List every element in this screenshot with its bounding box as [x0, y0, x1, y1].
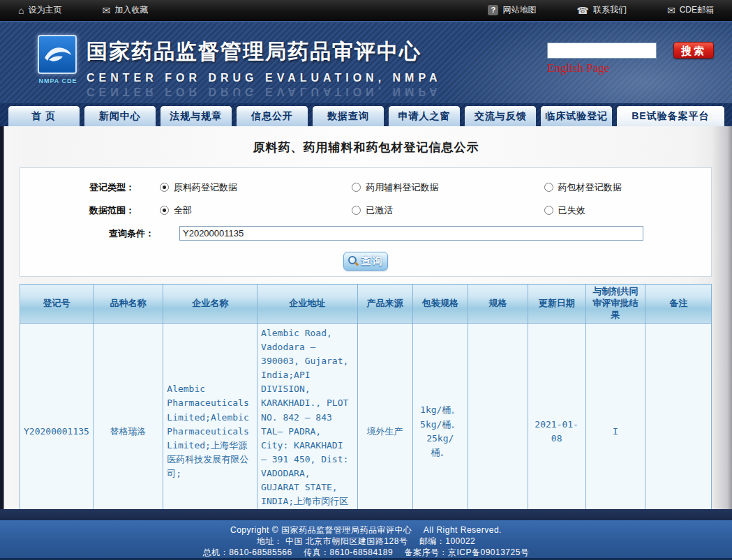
logo-swoosh-icon — [42, 43, 73, 66]
type-label: 登记类型： — [20, 181, 135, 194]
contact-label: 联系我们 — [593, 4, 627, 16]
header-search-zone: 搜索 English Page — [547, 42, 715, 75]
main-content: 原料药、药用辅料和药包材登记信息公示 登记类型： 原料药登记数据 药用辅料登记数… — [0, 126, 732, 509]
radio-icon[interactable] — [544, 206, 553, 215]
radio-expired-label: 已失效 — [558, 204, 585, 217]
col-product-name: 品种名称 — [93, 285, 163, 324]
footer-address: 地址： 中国 北京市朝阳区建国路128号 邮编：100022 — [0, 536, 732, 547]
add-favorite-link[interactable]: ✉ 加入收藏 — [102, 4, 148, 16]
magnifier-icon — [348, 256, 358, 266]
tab-data-query[interactable]: 数据查询 — [313, 106, 384, 126]
query-button-row: 查询 — [20, 252, 711, 271]
tab-info-disclosure[interactable]: 信息公开 — [237, 106, 308, 126]
set-home-label: 设为主页 — [28, 4, 61, 16]
cell-packaging: 1kg/桶。5kg/桶。25kg/桶。 — [412, 323, 468, 509]
cell-reg-no: Y20200001135 — [20, 323, 94, 509]
english-page-link[interactable]: English Page — [547, 61, 609, 75]
radio-expired[interactable]: 已失效 — [544, 204, 711, 217]
tab-home[interactable]: 首 页 — [8, 106, 80, 126]
page-title: 原料药、药用辅料和药包材登记信息公示 — [0, 126, 732, 167]
range-label: 数据范围： — [20, 204, 135, 217]
home-icon: ⌂ — [18, 6, 24, 15]
col-update-date: 更新日期 — [528, 285, 585, 324]
radio-icon[interactable] — [160, 206, 169, 215]
logo-caption: NMPA CDE — [38, 77, 78, 84]
mail-icon: ✉ — [667, 6, 675, 15]
contact-link[interactable]: ☎ 联系我们 — [576, 4, 626, 16]
set-home-link[interactable]: ⌂ 设为主页 — [18, 4, 61, 16]
cell-spec — [468, 323, 528, 509]
radio-excipient-label: 药用辅料登记数据 — [366, 181, 438, 194]
radio-packaging-material-label: 药包材登记数据 — [558, 181, 622, 194]
radio-all-label: 全部 — [174, 204, 192, 217]
page-root: ⌂ 设为主页 ✉ 加入收藏 ? 网站地图 ☎ 联系我们 ✉ CDE邮箱 — [0, 0, 732, 560]
radio-raw-material-label: 原料药登记数据 — [174, 181, 237, 194]
tab-regulations[interactable]: 法规与规章 — [160, 106, 232, 126]
col-packaging: 包装规格 — [412, 285, 468, 324]
col-address: 企业地址 — [257, 285, 357, 324]
footer-copyright: Copyright © 国家药品监督管理局药品审评中心 All Right Re… — [0, 524, 732, 536]
tab-clinical-trial[interactable]: 临床试验登记 — [541, 106, 612, 126]
cell-product-name: 替格瑞洛 — [93, 323, 163, 509]
site-subtitle: CENTER FOR DRUG EVALUATION, NMPA — [87, 72, 441, 84]
cell-company: Alembic Pharmaceuticals Limited;Alembic … — [163, 323, 257, 509]
cde-mail-link[interactable]: ✉ CDE邮箱 — [667, 4, 714, 16]
radio-raw-material[interactable]: 原料药登记数据 — [160, 181, 327, 194]
add-favorite-label: 加入收藏 — [114, 4, 148, 16]
col-company: 企业名称 — [163, 285, 257, 324]
query-condition-input[interactable] — [179, 226, 643, 241]
col-spec: 规格 — [468, 285, 528, 324]
site-header: NMPA CDE 国家药品监督管理局药品审评中心 CENTER FOR DRUG… — [0, 21, 732, 103]
pre-footer-strip — [0, 509, 732, 520]
tab-news[interactable]: 新闻中心 — [84, 106, 156, 126]
radio-activated-label: 已激活 — [366, 204, 393, 217]
tab-feedback[interactable]: 交流与反馈 — [465, 106, 536, 126]
header-titles: 国家药品监督管理局药品审评中心 CENTER FOR DRUG EVALUATI… — [87, 38, 441, 98]
form-row-type: 登记类型： 原料药登记数据 药用辅料登记数据 药包材登记数据 — [20, 176, 711, 199]
radio-icon[interactable] — [352, 183, 361, 192]
footer-contact: 总机：8610-68585566 传真：8610-68584189 备案序号：京… — [0, 547, 732, 558]
cell-remark — [645, 323, 712, 509]
site-footer: Copyright © 国家药品监督管理局药品审评中心 All Right Re… — [0, 520, 732, 560]
table-header-row: 登记号 品种名称 企业名称 企业地址 产品来源 包装规格 规格 更新日期 与制剂… — [20, 285, 712, 324]
cell-source: 境外生产 — [357, 323, 412, 509]
col-source: 产品来源 — [357, 285, 412, 324]
form-row-query: 查询条件： — [20, 222, 711, 245]
cde-mail-label: CDE邮箱 — [680, 4, 714, 16]
radio-packaging-material[interactable]: 药包材登记数据 — [544, 181, 711, 194]
envelope-icon: ✉ — [102, 6, 110, 15]
phone-icon: ☎ — [576, 6, 588, 15]
col-reg-no: 登记号 — [20, 285, 94, 324]
radio-excipient[interactable]: 药用辅料登记数据 — [352, 181, 518, 194]
topbar-left: ⌂ 设为主页 ✉ 加入收藏 — [18, 4, 188, 16]
cell-address: Alembic Road, Vadodara – 390003, Gujarat… — [257, 323, 357, 509]
logo[interactable]: NMPA CDE — [38, 35, 78, 84]
query-button[interactable]: 查询 — [343, 252, 388, 271]
site-search-button[interactable]: 搜索 — [673, 42, 714, 59]
query-condition-label: 查询条件： — [20, 227, 154, 240]
col-remark: 备注 — [645, 285, 712, 324]
radio-icon[interactable] — [160, 183, 169, 192]
nmpa-cde-logo-icon — [38, 35, 77, 74]
radio-icon[interactable] — [544, 183, 553, 192]
radio-activated[interactable]: 已激活 — [352, 204, 518, 217]
tab-applicant-window[interactable]: 申请人之窗 — [389, 106, 460, 126]
cell-review-result: I — [585, 323, 645, 509]
sitemap-link[interactable]: ? 网站地图 — [488, 4, 536, 16]
tab-be-platform[interactable]: BE试验备案平台 — [617, 106, 724, 126]
sitemap-label: 网站地图 — [502, 4, 536, 16]
form-row-range: 数据范围： 全部 已激活 已失效 — [20, 199, 711, 222]
query-button-label: 查询 — [361, 255, 384, 268]
site-search-input[interactable] — [547, 43, 657, 59]
main-nav: 首 页 新闻中心 法规与规章 信息公开 数据查询 申请人之窗 交流与反馈 临床试… — [0, 103, 732, 126]
query-form: 登记类型： 原料药登记数据 药用辅料登记数据 药包材登记数据 数据范围： — [20, 167, 712, 277]
topbar: ⌂ 设为主页 ✉ 加入收藏 ? 网站地图 ☎ 联系我们 ✉ CDE邮箱 — [0, 0, 732, 21]
site-title: 国家药品监督管理局药品审评中心 — [87, 38, 441, 66]
col-review-result: 与制剂共同审评审批结果 — [585, 285, 645, 324]
table-row: Y20200001135 替格瑞洛 Alembic Pharmaceutical… — [20, 323, 712, 509]
question-icon: ? — [488, 5, 498, 15]
results-table: 登记号 品种名称 企业名称 企业地址 产品来源 包装规格 规格 更新日期 与制剂… — [20, 284, 712, 509]
radio-all[interactable]: 全部 — [160, 204, 327, 217]
radio-icon[interactable] — [352, 206, 361, 215]
topbar-right: ? 网站地图 ☎ 联系我们 ✉ CDE邮箱 — [447, 4, 714, 16]
